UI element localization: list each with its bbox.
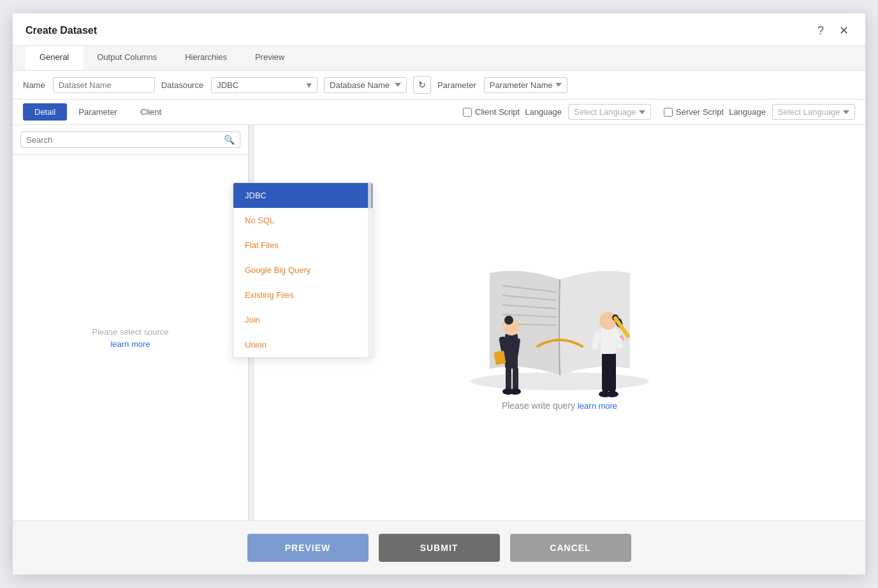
svg-rect-16 [494, 351, 506, 365]
please-write-query: Please write query [502, 401, 575, 411]
illustration-svg [439, 235, 681, 401]
dropdown-item-google-big-query[interactable]: Google Big Query [233, 258, 372, 283]
dropdown-item-existing-files[interactable]: Existing Files [233, 283, 372, 307]
left-panel: 🔍 Please select source learn more [13, 125, 249, 520]
dialog-header: Create Dataset ? ✕ [13, 13, 865, 46]
sub-tabs: Detail Parameter Client Client Script La… [13, 99, 865, 125]
dropdown-item-no-sql[interactable]: No SQL [233, 208, 372, 233]
dialog-title: Create Dataset [26, 25, 97, 36]
main-tabs: General Output Columns Hierarchies Previ… [13, 46, 865, 71]
help-button[interactable]: ? [814, 23, 828, 39]
datasource-dropdown-arrow[interactable]: ▼ [301, 78, 317, 92]
svg-rect-18 [602, 353, 616, 391]
dropdown-item-jdbc[interactable]: JDBC [233, 183, 372, 208]
search-input[interactable] [26, 135, 224, 145]
dropdown-item-union[interactable]: Union [233, 332, 372, 357]
please-select-text: Please select source [92, 327, 169, 337]
database-name-select[interactable]: Database Name [324, 77, 407, 93]
close-button[interactable]: ✕ [835, 22, 852, 39]
search-icon: 🔍 [224, 135, 235, 145]
tab-hierarchies[interactable]: Hierarchies [171, 46, 241, 70]
tab-preview[interactable]: Preview [241, 46, 298, 70]
right-learn-more-link[interactable]: learn more [578, 401, 617, 411]
dropdown-item-flat-files[interactable]: Flat Files [233, 233, 372, 258]
search-bar: 🔍 [13, 125, 248, 155]
datasource-input[interactable] [212, 78, 301, 92]
preview-button[interactable]: PREVIEW [247, 534, 369, 562]
sub-tab-parameter[interactable]: Parameter [67, 103, 129, 121]
parameter-label: Parameter [437, 80, 476, 90]
client-script-checkbox[interactable] [463, 108, 472, 117]
parameter-name-select[interactable]: Parameter Name [484, 77, 567, 93]
dropdown-scrollbar[interactable] [367, 183, 372, 357]
server-script-label: Server Script [676, 107, 724, 117]
name-label: Name [23, 80, 45, 90]
footer: PREVIEW SUBMIT CANCEL [13, 520, 865, 575]
svg-rect-12 [506, 367, 511, 392]
submit-button[interactable]: SUBMIT [379, 534, 500, 562]
client-language-select[interactable]: Select Language [568, 104, 651, 120]
datasource-dropdown: JDBC No SQL Flat Files Google Big Query … [233, 182, 373, 358]
refresh-button[interactable]: ↻ [413, 76, 431, 94]
client-language-label: Language [525, 107, 562, 117]
datasource-label: Datasource [161, 80, 203, 90]
client-script-label: Client Script [475, 107, 520, 117]
server-language-select[interactable]: Select Language [772, 104, 855, 120]
cancel-button[interactable]: CANCEL [510, 534, 631, 562]
search-input-wrap: 🔍 [20, 131, 240, 148]
dropdown-item-join[interactable]: Join [233, 307, 372, 332]
tab-output-columns[interactable]: Output Columns [83, 46, 171, 70]
dataset-name-input[interactable] [53, 77, 155, 93]
svg-point-29 [606, 391, 618, 397]
create-dataset-dialog: Create Dataset ? ✕ General Output Column… [13, 13, 865, 575]
dropdown-scroll-track [368, 183, 372, 357]
server-script-checkbox[interactable] [664, 108, 673, 117]
svg-rect-13 [513, 367, 518, 392]
svg-point-9 [504, 316, 513, 325]
server-script-row: Server Script Language Select Language [664, 104, 855, 120]
sub-tab-detail[interactable]: Detail [23, 103, 67, 121]
header-actions: ? ✕ [814, 22, 852, 39]
query-text: Please write query learn more [502, 401, 617, 411]
client-script-checkbox-label[interactable]: Client Script [463, 107, 520, 117]
svg-point-15 [509, 388, 521, 395]
tab-general[interactable]: General [26, 46, 83, 70]
toolbar: Name Datasource ▼ Database Name ↻ Parame… [13, 71, 865, 99]
left-learn-more-link[interactable]: learn more [110, 339, 150, 349]
svg-point-0 [471, 372, 649, 390]
sub-tab-client[interactable]: Client [129, 103, 173, 121]
server-script-checkbox-label[interactable]: Server Script [664, 107, 724, 117]
content-area: 🔍 Please select source learn more [13, 125, 865, 520]
left-panel-empty: Please select source learn more [13, 155, 248, 520]
datasource-dropdown-wrap[interactable]: ▼ [211, 77, 318, 93]
server-language-label: Language [729, 107, 766, 117]
client-script-row: Client Script Language Select Language [463, 104, 651, 120]
dropdown-scroll-thumb [368, 183, 372, 209]
